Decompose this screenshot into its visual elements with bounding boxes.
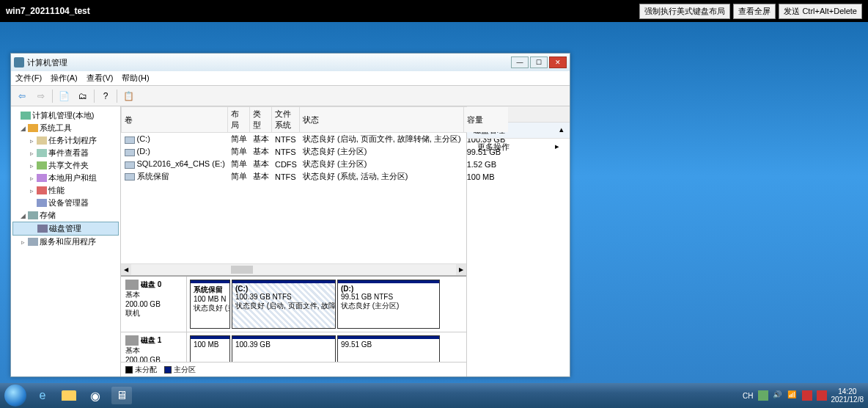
forward-button[interactable]: ⇨ [33,88,49,104]
fullscreen-button[interactable]: 查看全屏 [733,4,776,19]
keyboard-layout-button[interactable]: 强制执行美式键盘布局 [639,4,730,19]
vm-title: win7_20211104_test [6,6,90,16]
col-volume[interactable]: 卷 [122,107,228,133]
partition[interactable]: 99.51 GB [337,335,440,362]
taskbar-chrome[interactable]: ◉ [85,387,106,404]
collapse-icon: ▴ [559,125,564,136]
tree-storage[interactable]: ◢存储 [12,209,119,222]
volume-scrollbar[interactable]: ◀▶ [121,263,466,275]
partition[interactable]: 100.39 GB [232,335,336,362]
menu-action[interactable]: 操作(A) [51,73,78,84]
maximize-button[interactable]: ☐ [530,57,548,68]
tray-icon-2[interactable]: 🔊 [773,390,783,401]
help-button[interactable]: ? [98,88,114,104]
actions-more[interactable]: 更多操作▸ [467,139,570,156]
col-fs[interactable]: 文件系统 [272,107,300,133]
col-status[interactable]: 状态 [300,107,464,133]
tree-task-scheduler[interactable]: ▹任务计划程序 [12,134,119,147]
minimize-button[interactable]: — [511,57,529,68]
tree-system-tools[interactable]: ◢系统工具 [12,122,119,134]
col-layout[interactable]: 布局 [228,107,250,133]
tree-local-users[interactable]: ▹本地用户和组 [12,172,119,184]
tree-disk-management[interactable]: 磁盘管理 [12,222,119,236]
volume-row[interactable]: SQL2016_x64_CHS (E:)简单基本CDFS状态良好 (主分区)1.… [122,158,509,170]
legend-primary: 主分区 [164,365,196,375]
taskbar-ie[interactable]: e [32,387,53,404]
tree-device-manager[interactable]: 设备管理器 [12,197,119,209]
taskbar: e ◉ 🖥 CH 🔊 📶 14:202021/12/8 [0,383,868,408]
legend-unallocated: 未分配 [125,365,157,375]
tree-root[interactable]: 计算机管理(本地) [12,109,119,122]
taskbar-compmgmt[interactable]: 🖥 [111,387,132,404]
menu-view[interactable]: 查看(V) [87,73,114,84]
ctrl-alt-del-button[interactable]: 发送 Ctrl+Alt+Delete [779,4,862,19]
tray-icon-1[interactable] [758,390,768,401]
tree-performance[interactable]: ▹性能 [12,184,119,197]
tree-event-viewer[interactable]: ▹事件查看器 [12,147,119,159]
up-button[interactable]: 📄 [56,88,72,104]
partition[interactable]: 系统保留100 MB N状态良好 (主 [190,280,230,329]
arrow-right-icon: ▸ [555,142,559,153]
window-title: 计算机管理 [27,57,67,68]
disk-row: 磁盘 0基本200.00 GB联机 系统保留100 MB N状态良好 (主(C:… [121,277,466,332]
tree-shared-folders[interactable]: ▹共享文件夹 [12,159,119,172]
col-type[interactable]: 类型 [250,107,272,133]
list-button[interactable]: 📋 [120,88,136,104]
volume-row[interactable]: (D:)简单基本NTFS状态良好 (主分区)99.51 GB [122,145,509,158]
tray-clock[interactable]: 14:202021/12/8 [831,387,864,404]
tray-icon-4[interactable] [802,390,812,401]
tray-icon-5[interactable] [817,390,827,401]
tray-ime[interactable]: CH [743,392,753,400]
tray-icon-3[interactable]: 📶 [787,390,798,401]
disk-row: 磁盘 1基本200.00 GB脱机 ⚠ 帮助100 MB100.39 GB99.… [121,332,466,362]
back-button[interactable]: ⇦ [14,88,30,104]
close-button[interactable]: ✕ [549,57,567,68]
partition[interactable]: (D:)99.51 GB NTFS状态良好 (主分区) [337,280,440,329]
partition[interactable]: 100 MB [190,335,230,362]
volume-row[interactable]: 系统保留简单基本NTFS状态良好 (系统, 活动, 主分区)100 MB [122,170,509,183]
partition[interactable]: (C:)100.39 GB NTFS状态良好 (启动, 页面文件, 故障转 [232,280,336,329]
start-button[interactable] [4,385,26,407]
volume-row[interactable]: (C:)简单基本NTFS状态良好 (启动, 页面文件, 故障转储, 主分区)10… [122,133,509,146]
col-capacity[interactable]: 容量 [464,107,509,133]
nav-tree: 计算机管理(本地) ◢系统工具 ▹任务计划程序 ▹事件查看器 ▹共享文件夹 ▹本… [11,106,121,376]
menu-file[interactable]: 文件(F) [15,73,42,84]
refresh-button[interactable]: 🗂 [75,88,91,104]
menu-help[interactable]: 帮助(H) [122,73,149,84]
tree-services[interactable]: ▹服务和应用程序 [12,236,119,248]
taskbar-explorer[interactable] [59,387,79,404]
app-icon [14,57,24,68]
computer-management-window: 计算机管理 — ☐ ✕ 文件(F) 操作(A) 查看(V) 帮助(H) ⇦ ⇨ … [10,53,570,377]
